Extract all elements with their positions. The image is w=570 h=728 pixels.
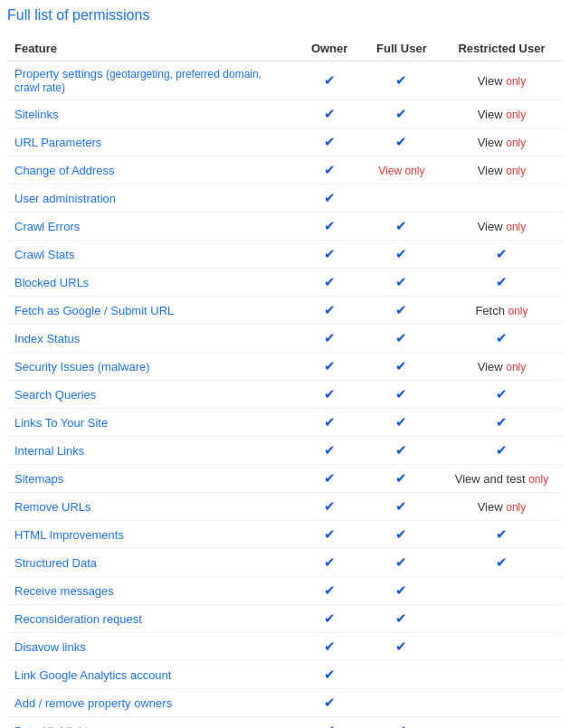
table-row: Crawl Errors✔✔View only bbox=[7, 213, 563, 241]
table-row: Property settings (geotargeting, preferr… bbox=[7, 61, 563, 100]
fulluser-cell: ✔ bbox=[363, 241, 441, 269]
owner-cell: ✔ bbox=[296, 493, 363, 521]
col-header-fulluser: Full User bbox=[363, 36, 441, 61]
fulluser-cell: ✔ bbox=[363, 465, 441, 493]
fulluser-cell bbox=[363, 661, 441, 689]
fulluser-cell: ✔ bbox=[363, 381, 441, 409]
feature-cell: Property settings (geotargeting, preferr… bbox=[7, 61, 296, 100]
feature-cell: User administration bbox=[7, 184, 296, 213]
owner-cell: ✔ bbox=[296, 381, 363, 409]
fulluser-cell: ✔ bbox=[363, 297, 441, 325]
fulluser-cell: ✔ bbox=[363, 61, 441, 100]
restricted-cell: ✔ bbox=[441, 549, 563, 577]
owner-cell: ✔ bbox=[296, 184, 363, 213]
table-row: Crawl Stats✔✔✔ bbox=[7, 241, 563, 269]
feature-cell: Link Google Analytics account bbox=[7, 661, 296, 689]
restricted-cell: ✔ bbox=[441, 409, 563, 437]
restricted-cell: View only bbox=[441, 213, 563, 241]
feature-cell: Search Queries bbox=[7, 381, 296, 409]
fulluser-cell: ✔ bbox=[363, 521, 441, 549]
feature-cell: Receive messages bbox=[7, 577, 296, 605]
feature-cell: Reconsideration request bbox=[7, 605, 296, 633]
feature-cell: Disavow links bbox=[7, 633, 296, 661]
fulluser-cell: ✔ bbox=[363, 577, 441, 605]
owner-cell: ✔ bbox=[296, 241, 363, 269]
owner-cell: ✔ bbox=[296, 577, 363, 605]
restricted-cell bbox=[441, 605, 563, 633]
fulluser-cell: ✔ bbox=[363, 353, 441, 381]
table-row: Sitemaps✔✔View and test only bbox=[7, 465, 563, 493]
feature-cell: Internal Links bbox=[7, 437, 296, 465]
table-row: URL Parameters✔✔View only bbox=[7, 128, 563, 156]
restricted-cell: View only bbox=[441, 128, 563, 156]
table-row: Receive messages✔✔ bbox=[7, 577, 563, 605]
table-row: Security Issues (malware)✔✔View only bbox=[7, 353, 563, 381]
page-title: Full list of permissions bbox=[7, 7, 563, 24]
restricted-cell: ✔ bbox=[441, 381, 563, 409]
fulluser-cell: ✔ bbox=[363, 409, 441, 437]
feature-cell: Change of Address bbox=[7, 156, 296, 184]
feature-cell: Links To Your Site bbox=[7, 409, 296, 437]
permissions-table: Feature Owner Full User Restricted User … bbox=[7, 36, 563, 728]
feature-cell: Sitemaps bbox=[7, 465, 296, 493]
restricted-cell: ✔ bbox=[441, 437, 563, 465]
restricted-cell: ✔ bbox=[441, 269, 563, 297]
fulluser-cell: ✔ bbox=[363, 633, 441, 661]
owner-cell: ✔ bbox=[296, 717, 363, 729]
feature-cell: Crawl Errors bbox=[7, 213, 296, 241]
fulluser-cell: ✔ bbox=[363, 213, 441, 241]
fulluser-cell: ✔ bbox=[363, 128, 441, 156]
table-row: Data Highlighter✔✔ bbox=[7, 717, 563, 729]
fulluser-cell: ✔ bbox=[363, 717, 441, 729]
feature-cell: Remove URLs bbox=[7, 493, 296, 521]
owner-cell: ✔ bbox=[296, 661, 363, 689]
owner-cell: ✔ bbox=[296, 521, 363, 549]
table-row: User administration✔ bbox=[7, 184, 563, 213]
restricted-cell: View only bbox=[441, 353, 563, 381]
owner-cell: ✔ bbox=[296, 325, 363, 353]
owner-cell: ✔ bbox=[296, 213, 363, 241]
table-row: Internal Links✔✔✔ bbox=[7, 437, 563, 465]
table-row: Remove URLs✔✔View only bbox=[7, 493, 563, 521]
fulluser-cell: ✔ bbox=[363, 269, 441, 297]
table-row: Link Google Analytics account✔ bbox=[7, 661, 563, 689]
restricted-cell: ✔ bbox=[441, 241, 563, 269]
table-row: HTML Improvements✔✔✔ bbox=[7, 521, 563, 549]
feature-cell: Blocked URLs bbox=[7, 269, 296, 297]
feature-cell: Add / remove property owners bbox=[7, 689, 296, 717]
col-header-owner: Owner bbox=[296, 36, 363, 61]
restricted-cell bbox=[441, 717, 563, 729]
fulluser-cell: View only bbox=[363, 156, 441, 184]
table-row: Structured Data✔✔✔ bbox=[7, 549, 563, 577]
restricted-cell: ✔ bbox=[441, 325, 563, 353]
owner-cell: ✔ bbox=[296, 689, 363, 717]
owner-cell: ✔ bbox=[296, 61, 363, 100]
owner-cell: ✔ bbox=[296, 633, 363, 661]
feature-cell: HTML Improvements bbox=[7, 521, 296, 549]
table-row: Sitelinks✔✔View only bbox=[7, 100, 563, 128]
owner-cell: ✔ bbox=[296, 409, 363, 437]
table-row: Index Status✔✔✔ bbox=[7, 325, 563, 353]
owner-cell: ✔ bbox=[296, 605, 363, 633]
owner-cell: ✔ bbox=[296, 269, 363, 297]
table-row: Blocked URLs✔✔✔ bbox=[7, 269, 563, 297]
table-header: Feature Owner Full User Restricted User bbox=[7, 36, 563, 61]
feature-cell: Structured Data bbox=[7, 549, 296, 577]
table-row: Reconsideration request✔✔ bbox=[7, 605, 563, 633]
col-header-restricted: Restricted User bbox=[441, 36, 563, 61]
feature-cell: Fetch as Google / Submit URL bbox=[7, 297, 296, 325]
restricted-cell bbox=[441, 633, 563, 661]
owner-cell: ✔ bbox=[296, 549, 363, 577]
owner-cell: ✔ bbox=[296, 437, 363, 465]
owner-cell: ✔ bbox=[296, 353, 363, 381]
fulluser-cell: ✔ bbox=[363, 493, 441, 521]
restricted-cell bbox=[441, 661, 563, 689]
restricted-cell bbox=[441, 577, 563, 605]
restricted-cell: View only bbox=[441, 100, 563, 128]
owner-cell: ✔ bbox=[296, 100, 363, 128]
restricted-cell: Fetch only bbox=[441, 297, 563, 325]
feature-cell: Crawl Stats bbox=[7, 241, 296, 269]
owner-cell: ✔ bbox=[296, 156, 363, 184]
feature-cell: Index Status bbox=[7, 325, 296, 353]
owner-cell: ✔ bbox=[296, 297, 363, 325]
